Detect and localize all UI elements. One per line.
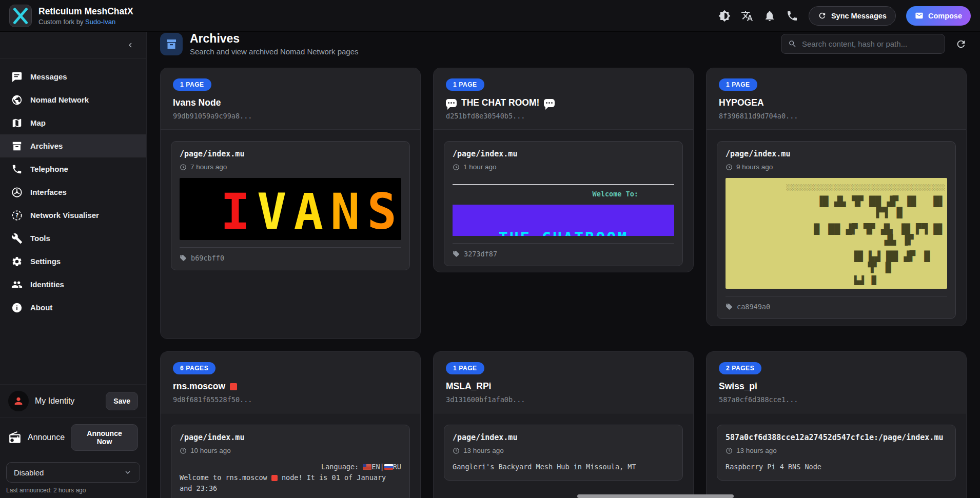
sidebar-item-label: Identities bbox=[30, 280, 64, 289]
sidebar-item-label: Archives bbox=[30, 142, 63, 150]
app-subtitle: Custom fork by Sudo-Ivan bbox=[38, 18, 133, 26]
archive-card-swiss-pi[interactable]: 2 PAGES Swiss_pi 587a0cf6d388cce1... 587… bbox=[706, 351, 967, 498]
page-path: /page/index.mu bbox=[726, 149, 947, 158]
sidebar-bottom: My Identity Save Announce Announce Now D… bbox=[0, 384, 146, 498]
archive-card-hypogea[interactable]: 1 PAGE HYPOGEA 8f396811d9d704a0... /page… bbox=[706, 68, 967, 326]
sync-messages-button[interactable]: Sync Messages bbox=[809, 6, 896, 26]
card-hash: 8f396811d9d704a0... bbox=[719, 112, 954, 120]
archive-card-msla-rpi[interactable]: 1 PAGE MSLA_RPi 3d131600bf1afa0b... /pag… bbox=[433, 351, 694, 498]
notifications-bell-icon[interactable] bbox=[763, 10, 776, 22]
compose-button[interactable]: Compose bbox=[906, 6, 971, 26]
sidebar-nav: Messages Nomad Network Map Archives Tele… bbox=[0, 59, 146, 319]
sidebar-item-map[interactable]: Map bbox=[0, 111, 146, 134]
page-title: Archives bbox=[190, 32, 359, 46]
svg-text:▐█ ▟▙ ▜▛ ██ ▟▛ ▐█ █▌: ▐█ ▟▙ ▜▛ ██ ▟▛ ▐█ █▌ bbox=[817, 195, 945, 207]
save-button[interactable]: Save bbox=[106, 392, 138, 410]
sync-icon bbox=[818, 11, 827, 20]
card-hash: d251bfd8e30540b5... bbox=[446, 112, 681, 120]
radio-icon bbox=[8, 431, 22, 444]
preview-content-line: Raspberry Pi 4 RNS Node bbox=[726, 462, 947, 472]
page-path: 587a0cf6d388cce12a27452d547cfc1e:/page/i… bbox=[726, 433, 947, 442]
page-path: /page/index.mu bbox=[180, 149, 401, 158]
clock-icon bbox=[726, 447, 733, 454]
announce-row: Announce Announce Now bbox=[0, 417, 146, 457]
card-title: HYPOGEA bbox=[719, 97, 954, 108]
sidebar-item-telephone[interactable]: Telephone bbox=[0, 157, 146, 181]
sidebar-item-interfaces[interactable]: Interfaces bbox=[0, 181, 146, 204]
svg-text:░░░░░░░░░░░░░░░░░░░░░░░░░░░░░░: ░░░░░░░░░░░░░░░░░░░░░░░░░░░░░░░░░░░░░░░░… bbox=[787, 184, 946, 191]
card-title: MSLA_RPi bbox=[446, 381, 681, 392]
sidebar-item-archives[interactable]: Archives bbox=[0, 134, 146, 157]
my-identity-label: My Identity bbox=[35, 396, 74, 406]
refresh-icon[interactable] bbox=[955, 38, 967, 50]
messages-icon bbox=[11, 71, 23, 83]
translate-icon[interactable] bbox=[741, 10, 753, 22]
sidebar-item-network-visualiser[interactable]: ? Network Visualiser bbox=[0, 204, 146, 227]
sidebar-collapse-row bbox=[0, 32, 146, 59]
sidebar-item-tools[interactable]: Tools bbox=[0, 227, 146, 250]
divider bbox=[453, 243, 674, 244]
sidebar-item-nomad-network[interactable]: Nomad Network bbox=[0, 88, 146, 111]
sidebar-item-label: Network Visualiser bbox=[30, 211, 99, 220]
page-preview-card[interactable]: /page/index.mu 7 hours ago IVANS bbox=[171, 141, 410, 270]
collapse-sidebar-icon[interactable] bbox=[126, 41, 135, 50]
sidebar-item-messages[interactable]: Messages bbox=[0, 65, 146, 88]
sidebar-item-identities[interactable]: Identities bbox=[0, 273, 146, 296]
welcome-line: Welcome to rns.moscow node! It is 01 of … bbox=[180, 472, 401, 494]
announce-now-button[interactable]: Announce Now bbox=[71, 424, 138, 451]
svg-text:▛▜ ▐▌: ▛▜ ▐▌ bbox=[875, 207, 905, 218]
search-icon bbox=[788, 39, 797, 48]
clock-icon bbox=[453, 164, 460, 171]
theme-toggle-icon[interactable] bbox=[718, 10, 731, 22]
sidebar-item-label: Settings bbox=[30, 257, 61, 266]
page-time: 7 hours ago bbox=[180, 163, 401, 171]
hypogea-ascii-art-preview: ░░░░░░░░░░░░░░░░░░░░░░░░░░░░░░░░░░░░░░░░… bbox=[726, 178, 947, 289]
announce-interval-select[interactable]: Disabled bbox=[6, 462, 140, 483]
avatar bbox=[8, 391, 29, 411]
page-header: Archives Search and view archived Nomad … bbox=[147, 32, 980, 56]
page-time: 9 hours ago bbox=[726, 163, 947, 171]
page-preview-card[interactable]: 587a0cf6d388cce12a27452d547cfc1e:/page/i… bbox=[717, 425, 956, 481]
ru-flag-icon bbox=[384, 464, 393, 470]
card-header: 1 PAGE HYPOGEA 8f396811d9d704a0... bbox=[707, 68, 966, 130]
gear-icon bbox=[11, 256, 23, 267]
fork-author-link[interactable]: Sudo-Ivan bbox=[85, 18, 115, 26]
sidebar-item-about[interactable]: About bbox=[0, 296, 146, 319]
card-title: Ivans Node bbox=[173, 97, 408, 108]
page-count-badge: 1 PAGE bbox=[173, 78, 211, 91]
page-preview-card[interactable]: /page/index.mu 1 hour ago Welcome To: TH… bbox=[444, 141, 683, 266]
archive-card-rns-moscow[interactable]: 6 PAGES rns.moscow 9d8f681f65528f50... /… bbox=[160, 351, 421, 498]
card-body: /page/index.mu 10 hours ago Language: EN… bbox=[161, 413, 420, 498]
tag-icon bbox=[453, 250, 460, 257]
card-header: 1 PAGE MSLA_RPi 3d131600bf1afa0b... bbox=[434, 352, 693, 413]
svg-text:?: ? bbox=[15, 212, 18, 219]
page-time: 10 hours ago bbox=[180, 447, 401, 454]
red-square-emoji bbox=[271, 475, 278, 481]
search-input[interactable] bbox=[802, 39, 938, 48]
horizontal-scrollbar-thumb[interactable] bbox=[577, 494, 734, 498]
telephone-icon bbox=[11, 164, 23, 175]
archive-card-chat-room[interactable]: 1 PAGE THE CHAT ROOM! d251bfd8e30540b5..… bbox=[433, 68, 694, 272]
language-label: Language: bbox=[321, 463, 359, 471]
map-icon bbox=[11, 117, 23, 129]
card-title: Swiss_pi bbox=[719, 381, 954, 392]
card-body: /page/index.mu 13 hours ago Gangleri's B… bbox=[434, 413, 693, 491]
phone-icon[interactable] bbox=[786, 10, 798, 22]
page-preview-card[interactable]: /page/index.mu 13 hours ago Gangleri's B… bbox=[444, 425, 683, 481]
divider bbox=[180, 247, 401, 248]
page-preview-card[interactable]: /page/index.mu 10 hours ago Language: EN… bbox=[171, 425, 410, 498]
page-time-label: 9 hours ago bbox=[736, 163, 773, 171]
page-time: 13 hours ago bbox=[453, 447, 674, 454]
page-count-badge: 1 PAGE bbox=[446, 78, 484, 91]
card-header: 1 PAGE Ivans Node 99db91059a9c99a8... bbox=[161, 68, 420, 130]
page-preview-card[interactable]: /page/index.mu 9 hours ago ░░░░░░░░░░░░░… bbox=[717, 141, 956, 319]
fork-prefix: Custom fork by bbox=[38, 18, 85, 26]
sidebar-item-settings[interactable]: Settings bbox=[0, 250, 146, 273]
archive-card-ivans-node[interactable]: 1 PAGE Ivans Node 99db91059a9c99a8... /p… bbox=[160, 68, 421, 339]
archives-page-icon bbox=[160, 33, 183, 55]
tag-label: 3273df87 bbox=[464, 250, 497, 258]
network-visualiser-icon: ? bbox=[11, 210, 23, 221]
person-icon bbox=[13, 395, 24, 407]
card-title: rns.moscow bbox=[173, 381, 408, 392]
sidebar-item-label: Nomad Network bbox=[30, 95, 89, 104]
